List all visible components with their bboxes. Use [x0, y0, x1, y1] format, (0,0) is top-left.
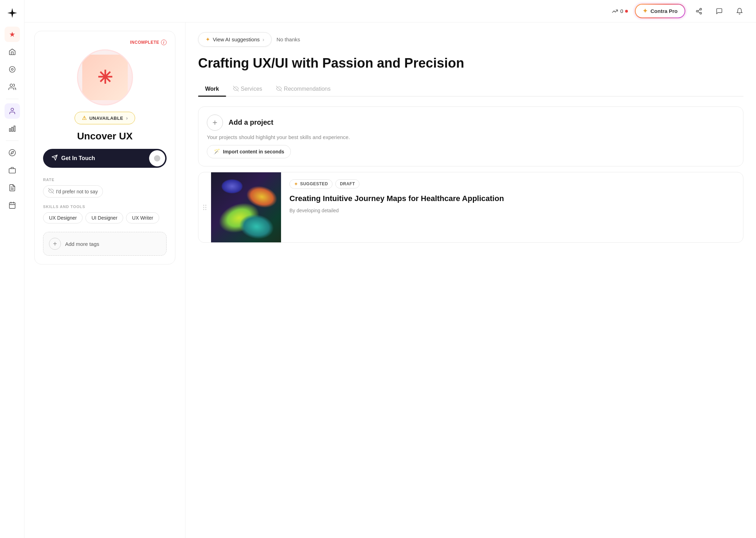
- avatar-star-icon: ✳: [97, 68, 113, 87]
- skill-tag-ui-designer[interactable]: UI Designer: [85, 212, 123, 223]
- send-icon: [51, 154, 58, 163]
- add-project-top: + Add a project: [207, 115, 735, 131]
- calendar-icon: [8, 201, 16, 209]
- svg-point-30: [203, 209, 204, 210]
- no-thanks-link[interactable]: No thanks: [276, 36, 300, 42]
- incomplete-label: INCOMPLETE: [130, 40, 159, 45]
- import-content-button[interactable]: 🪄 Import content in seconds: [207, 145, 291, 158]
- svg-point-26: [203, 205, 204, 206]
- skill-tag-ux-designer[interactable]: UX Designer: [43, 212, 83, 223]
- starred-icon: ★: [9, 30, 15, 39]
- activity-dot: [625, 10, 628, 13]
- tab-work[interactable]: Work: [198, 82, 226, 96]
- share-button[interactable]: [692, 5, 706, 18]
- rail-divider-1: [6, 99, 19, 99]
- sidebar-item-portfolio[interactable]: [5, 163, 20, 178]
- right-panel: ✦ View AI suggestions › No thanks Crafti…: [186, 22, 756, 538]
- toggle-dot: [154, 155, 160, 161]
- get-in-touch-button[interactable]: Get In Touch: [43, 149, 167, 168]
- svg-marker-8: [11, 151, 14, 154]
- svg-point-31: [205, 209, 206, 210]
- skills-section: SKILLS AND TOOLS UX Designer UI Designer…: [43, 205, 167, 223]
- recommendations-eye-icon: [276, 86, 282, 92]
- project-title[interactable]: Creating Intuitive Journey Maps for Heal…: [289, 194, 735, 204]
- home-icon: [8, 48, 16, 56]
- svg-point-7: [9, 150, 15, 156]
- suggested-badge: ✦ SUGGESTED: [289, 179, 332, 189]
- tab-recommendations[interactable]: Recommendations: [269, 82, 337, 96]
- contra-sparkle-icon: ✦: [643, 7, 648, 15]
- svg-point-3: [11, 108, 13, 111]
- sidebar-item-discover[interactable]: [5, 62, 20, 77]
- project-badges: ✦ SUGGESTED DRAFT: [289, 179, 735, 189]
- avatar-inner: ✳: [82, 55, 128, 100]
- svg-rect-9: [9, 168, 15, 173]
- app-logo[interactable]: [6, 6, 19, 20]
- profile-headline: Crafting UX/UI with Passion and Precisio…: [198, 55, 743, 72]
- skills-tags: UX Designer UI Designer UX Writer: [43, 212, 167, 223]
- tab-recommendations-label: Recommendations: [284, 86, 330, 92]
- badge-sparkle-icon: ✦: [294, 181, 298, 187]
- rail-divider-2: [6, 140, 19, 141]
- add-project-icon[interactable]: +: [207, 115, 223, 131]
- sidebar-item-compass[interactable]: [5, 145, 20, 160]
- toggle-switch[interactable]: [149, 150, 165, 166]
- warning-icon: ⚠: [82, 115, 87, 121]
- svg-point-28: [203, 207, 204, 208]
- draft-badge-label: DRAFT: [340, 181, 355, 186]
- svg-point-1: [11, 68, 13, 70]
- import-label: Import content in seconds: [223, 149, 284, 154]
- tabs-row: Work Services Reco: [198, 82, 743, 97]
- get-in-touch-label: Get In Touch: [51, 154, 149, 163]
- skills-label: SKILLS AND TOOLS: [43, 205, 167, 209]
- add-circle-icon: +: [49, 238, 61, 250]
- drag-handle[interactable]: [198, 172, 211, 242]
- info-icon[interactable]: i: [161, 40, 167, 45]
- svg-rect-12: [9, 203, 15, 209]
- top-header: 0 ✦ Contra Pro: [24, 0, 756, 22]
- services-eye-icon: [233, 86, 239, 92]
- sidebar-item-starred[interactable]: ★: [5, 27, 20, 42]
- svg-line-19: [698, 12, 700, 13]
- incomplete-badge: INCOMPLETE i: [130, 40, 167, 45]
- add-project-card: + Add a project Your projects should hig…: [198, 106, 743, 166]
- trending-count: 0: [620, 8, 623, 14]
- share-icon: [695, 8, 702, 15]
- notifications-button[interactable]: [733, 5, 746, 18]
- discover-icon: [8, 65, 16, 73]
- compass-icon: [8, 149, 16, 157]
- sidebar-item-contracts[interactable]: [5, 180, 20, 195]
- view-ai-suggestions-button[interactable]: ✦ View AI suggestions ›: [198, 32, 272, 47]
- messages-button[interactable]: [713, 5, 726, 18]
- eye-slash-icon: [48, 188, 54, 195]
- svg-point-0: [9, 67, 15, 73]
- sidebar-item-profile[interactable]: [5, 103, 20, 119]
- portfolio-icon: [8, 166, 16, 174]
- sidebar-item-analytics[interactable]: [5, 121, 20, 136]
- sidebar-item-community[interactable]: [5, 79, 20, 95]
- tab-work-label: Work: [205, 86, 219, 92]
- add-project-title: Add a project: [229, 118, 273, 126]
- trending-icon: [612, 8, 618, 14]
- add-tags-button[interactable]: + Add more tags: [43, 232, 167, 256]
- add-tags-label: Add more tags: [65, 241, 99, 247]
- project-description: By developing detailed: [289, 207, 735, 214]
- sidebar-item-calendar[interactable]: [5, 198, 20, 213]
- contracts-icon: [8, 184, 16, 192]
- bell-icon: [736, 8, 743, 15]
- rate-tag[interactable]: I'd prefer not to say: [43, 185, 103, 198]
- trending-indicator: 0: [612, 8, 628, 14]
- project-info: ✦ SUGGESTED DRAFT Creating Intuitive Jou…: [281, 172, 743, 242]
- chevron-right-icon: ›: [126, 115, 128, 121]
- skill-tag-ux-writer[interactable]: UX Writer: [126, 212, 159, 223]
- tab-services[interactable]: Services: [226, 82, 269, 96]
- messages-icon: [716, 8, 723, 15]
- svg-rect-6: [14, 126, 15, 132]
- left-panel: INCOMPLETE i ✳ ⚠ UNAVAILABLE › Uncover U…: [24, 22, 186, 538]
- contra-pro-button[interactable]: ✦ Contra Pro: [635, 4, 685, 18]
- sidebar-item-home[interactable]: [5, 44, 20, 60]
- wand-icon: 🪄: [214, 149, 220, 155]
- contra-pro-label: Contra Pro: [650, 8, 678, 14]
- avatar-circle: ✳: [77, 49, 133, 105]
- unavailable-button[interactable]: ⚠ UNAVAILABLE ›: [75, 112, 135, 124]
